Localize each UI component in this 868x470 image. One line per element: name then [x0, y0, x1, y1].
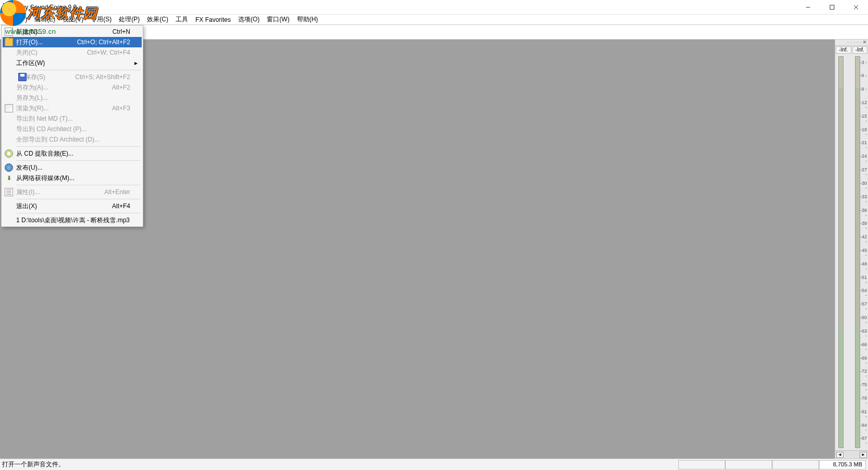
net-icon: ⬇ [5, 174, 13, 182]
statusbar: 打开一个新声音文件。 8,705.3 MB [0, 459, 868, 470]
menu-item: 导出到 CD Architect (P)... [3, 124, 142, 134]
menu-item: 关闭(C)Ctrl+W; Ctrl+F4 [3, 47, 142, 58]
menu-item: 全部导出到 CD Architect (D)... [3, 134, 142, 145]
menu-shortcut: Alt+Enter [104, 188, 130, 196]
menu-编辑[interactable]: 编辑(E) [31, 14, 59, 25]
globe-icon [5, 163, 13, 172]
meter-scroll-left-icon[interactable]: ◄ [836, 452, 844, 458]
close-button[interactable] [844, 0, 868, 15]
prop-icon [5, 188, 13, 196]
menu-视图[interactable]: 视图(V) [59, 14, 87, 25]
menu-shortcut: Ctrl+O; Ctrl+Alt+F2 [77, 39, 130, 46]
menu-item[interactable]: 打开(O)...Ctrl+O; Ctrl+Alt+F2 [3, 37, 142, 47]
meter-bar-left [838, 56, 844, 448]
level-meter-panel: ᛫᛫᛫᛫᛫᛫ ✕ -Inf. -Inf. -3 --6 --9 --12 --1… [835, 40, 868, 459]
menu-shortcut: Ctrl+S; Alt+Shift+F2 [75, 73, 130, 81]
menu-选项[interactable]: 选项(O) [234, 14, 263, 25]
menu-item[interactable]: ⬇从网络获得媒体(M)... [3, 173, 142, 183]
menu-item-label: 关闭(C) [16, 48, 38, 57]
menu-item: 保存(S)Ctrl+S; Alt+Shift+F2 [3, 72, 142, 82]
open-icon [5, 38, 13, 46]
menu-item-label: 全部导出到 CD Architect (D)... [16, 135, 100, 144]
meter-right-label[interactable]: -Inf. [852, 46, 868, 54]
menu-shortcut: Ctrl+N [113, 28, 130, 35]
save-icon [18, 73, 27, 81]
menu-shortcut: Ctrl+W; Ctrl+F4 [87, 49, 130, 56]
menu-item-label: 导出到 CD Architect (P)... [16, 125, 86, 134]
cd-icon [5, 149, 13, 158]
menu-shortcut: Alt+F4 [112, 202, 130, 210]
menu-shortcut: Alt+F2 [112, 84, 130, 91]
menu-item: 属性(I)...Alt+Enter [3, 187, 142, 197]
submenu-arrow-icon: ▸ [134, 59, 138, 67]
status-box-2 [725, 460, 772, 469]
menu-文件[interactable]: 文件(F) [3, 14, 31, 25]
status-text: 打开一个新声音文件。 [2, 460, 678, 469]
menu-item-label: 从 CD 提取音频(E)... [16, 149, 73, 158]
menu-item[interactable]: 退出(X)Alt+F4 [3, 201, 142, 211]
menu-item-label: 属性(I)... [16, 188, 40, 197]
menu-item[interactable]: 发布(U)... [3, 162, 142, 173]
menu-item-label: 从网络获得媒体(M)... [16, 174, 75, 183]
menu-item-label: 工作区(W) [16, 59, 45, 68]
menu-fx favorites[interactable]: FX Favorites [192, 15, 234, 24]
file-menu-dropdown: 新建(N)...Ctrl+N打开(O)...Ctrl+O; Ctrl+Alt+F… [1, 25, 143, 227]
menu-item: 另存为(A)...Alt+F2 [3, 82, 142, 93]
menu-shortcut: Alt+F3 [112, 105, 130, 112]
menu-item: 渲染为(R)...Alt+F3 [3, 103, 142, 113]
status-box-1 [678, 460, 725, 469]
app-title: Sony Sound Forge 9.0 [14, 4, 77, 11]
menu-item-label: 发布(U)... [16, 163, 43, 172]
menu-效果[interactable]: 效果(C) [143, 14, 172, 25]
new-icon [5, 28, 13, 36]
menu-处理[interactable]: 处理(P) [115, 14, 143, 25]
meter-left-label[interactable]: -Inf. [836, 46, 851, 54]
meter-close-icon[interactable]: ✕ [863, 40, 867, 45]
menu-item: 另存为(L)... [3, 93, 142, 103]
menu-item: 导出到 Net MD (T)... [3, 113, 142, 124]
minimize-button[interactable] [796, 0, 820, 15]
menu-item-label: 渲染为(R)... [16, 104, 49, 113]
menu-item[interactable]: 新建(N)...Ctrl+N [3, 27, 142, 37]
render-icon [5, 104, 13, 112]
meter-scroll-right-icon[interactable]: ► [860, 452, 867, 458]
menu-item-label: 退出(X) [16, 202, 37, 211]
maximize-button[interactable] [820, 0, 844, 15]
meter-scale: -3 --6 --9 --12 --15 --18 --21 --24 --27… [858, 56, 867, 448]
menu-item-label: 另存为(A)... [16, 83, 48, 92]
menu-item-label: 导出到 Net MD (T)... [16, 115, 73, 123]
menu-窗口[interactable]: 窗口(W) [263, 14, 293, 25]
menubar: 文件(F)编辑(E)视图(V)专用(S)处理(P)效果(C)工具FX Favor… [0, 15, 868, 25]
menu-帮助[interactable]: 帮助(H) [293, 14, 322, 25]
menu-item-label: 新建(N)... [16, 28, 43, 36]
menu-item-label: 打开(O)... [16, 38, 43, 47]
menu-专用[interactable]: 专用(S) [87, 14, 115, 25]
window-titlebar: Sony Sound Forge 9.0 [0, 0, 868, 15]
menu-item-label: 1 D:\tools\桌面\视频\许嵩 - 断桥残雪.mp3 [16, 216, 130, 225]
menu-item[interactable]: 1 D:\tools\桌面\视频\许嵩 - 断桥残雪.mp3 [3, 215, 142, 225]
menu-item-label: 保存(S) [24, 73, 45, 82]
status-box-3 [772, 460, 819, 469]
menu-item-label: 另存为(L)... [16, 94, 48, 103]
menu-工具[interactable]: 工具 [172, 14, 192, 25]
status-memory: 8,705.3 MB [819, 460, 866, 469]
svg-rect-1 [830, 5, 834, 9]
menu-item[interactable]: 从 CD 提取音频(E)... [3, 148, 142, 159]
app-icon [3, 3, 11, 11]
menu-item[interactable]: 工作区(W)▸ [3, 58, 142, 68]
